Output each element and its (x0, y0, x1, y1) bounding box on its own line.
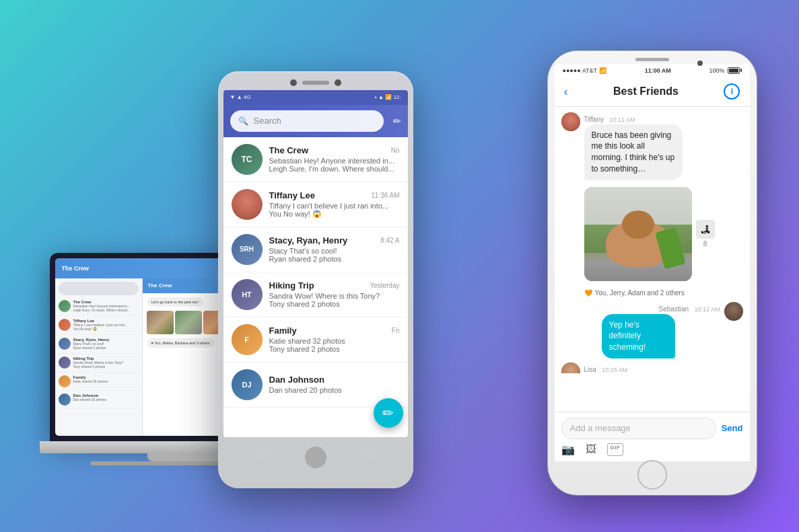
conv-name-tiffany: Tiffany Lee (269, 190, 315, 200)
chat-message-tiffany: Tiffany 10:11 AM Bruce has been giving m… (561, 112, 743, 180)
iphone-input-bar: Add a message Send 📷 🖼 GIF (555, 412, 750, 434)
iphone-screen: ●●●●● AT&T 📶 11:00 AM 100% (555, 64, 750, 434)
msg-time-lisa: 10:15 AM (602, 367, 627, 373)
iphone-battery-pct: 100% (709, 67, 724, 74)
laptop-conv-crew: The Crew Sebastian Hey! Anyone intereste… (55, 297, 142, 316)
conv-time-crew: No (391, 147, 400, 154)
list-item[interactable]: Tiffany Lee 11:36 AM Tiffany I can't bel… (223, 182, 408, 227)
android-compose-fab[interactable]: ✏ (374, 398, 403, 428)
laptop-avatar-family (59, 375, 71, 387)
list-item[interactable]: F Family Fri Katie shared 32 photos Tony… (223, 317, 408, 363)
chevron-left-icon: ‹ (564, 85, 568, 99)
iphone-device: ●●●●● AT&T 📶 11:00 AM 100% (548, 51, 757, 495)
send-button[interactable]: Send (722, 423, 743, 433)
msg-time-sebastian: 10:12 AM (694, 306, 720, 313)
iphone-top-bar (555, 58, 750, 61)
laptop-avatar-tiffany (59, 319, 71, 331)
heart-icon: 🧡 (584, 289, 592, 297)
dog-photo (584, 187, 692, 281)
laptop-header-title: The Crew (62, 265, 90, 272)
iphone-wifi-icon: 📶 (599, 67, 606, 74)
android-cameras (223, 79, 408, 86)
iphone-chat-body: Tiffany 10:11 AM Bruce has been giving m… (555, 107, 750, 373)
conv-preview-family1: Katie shared 32 photos (269, 337, 400, 345)
photo-count-area: 🏞 8 (692, 184, 715, 284)
iphone-home-button[interactable] (637, 460, 667, 490)
sender-name-sebastian: Sebastian (659, 305, 689, 313)
sender-name-tiffany: Tiffany (584, 116, 604, 123)
laptop-sidebar: The Crew Sebastian Hey! Anyone intereste… (55, 278, 143, 436)
android-body: ▼ ▲ 4G ▪ ▲ 📶 12: 🔍 Search ✏ TC (218, 71, 413, 488)
laptop-avatar-dan (59, 393, 71, 406)
conv-time-family: Fri (392, 327, 400, 334)
android-phone: ▼ ▲ 4G ▪ ▲ 📶 12: 🔍 Search ✏ TC (218, 71, 413, 488)
laptop-avatar-crew (59, 300, 71, 312)
avatar-tiffany-chat (561, 112, 580, 131)
laptop-avatar-stacy (59, 338, 71, 350)
search-icon: 🔍 (238, 116, 248, 126)
android-camera-right (335, 79, 341, 86)
conv-time-tiffany: 11:36 AM (371, 192, 399, 199)
avatar-family: F (232, 324, 263, 355)
conv-name-hiking: Hiking Trip (269, 280, 314, 291)
conv-name-stacy: Stacy, Ryan, Henry (269, 235, 348, 245)
iphone-nav-bar: ‹ Best Friends i (555, 77, 750, 107)
input-placeholder: Add a message (570, 423, 631, 433)
photo-thumbnail-icon: 🏞 (696, 220, 715, 239)
photo-count: 8 (703, 240, 707, 248)
avatar-stacy: SRH (232, 234, 263, 265)
laptop-conv-tiffany: Tiffany Lee Tiffany I can't believe I ju… (55, 316, 142, 335)
chat-dog-image (584, 187, 692, 281)
laptop-conv-family: Family Katie shared 32 photos (55, 373, 142, 391)
android-screen: ▼ ▲ 4G ▪ ▲ 📶 12: 🔍 Search ✏ TC (223, 90, 408, 437)
laptop-chat-title: The Crew (148, 282, 172, 289)
iphone-info-button[interactable]: i (724, 83, 740, 100)
avatar-lisa-chat (561, 363, 580, 373)
list-item[interactable]: TC The Crew No Sebastian Hey! Anyone int… (223, 137, 408, 182)
avatar-tiffany (232, 189, 263, 220)
android-conversation-list: TC The Crew No Sebastian Hey! Anyone int… (223, 137, 408, 437)
message-input-field[interactable]: Add a message (561, 418, 716, 434)
iphone-carrier: ●●●●● AT&T (563, 67, 598, 74)
iphone-back-button[interactable]: ‹ (564, 85, 568, 99)
android-home-button[interactable] (305, 447, 326, 468)
conv-preview-stacy2: Ryan shared 2 photos (269, 255, 400, 263)
conv-time-stacy: 8:42 A (380, 237, 399, 244)
conv-time-hiking: Yesterday (370, 282, 399, 289)
conv-preview-stacy1: Stacy That's so cool! (269, 247, 400, 255)
chat-reactions: 🧡 You, Jerry, Adam and 2 others (584, 288, 743, 298)
laptop-img-street (175, 311, 202, 334)
android-search-bar[interactable]: 🔍 Search (230, 110, 384, 132)
conv-name-crew: The Crew (269, 145, 309, 155)
android-search-placeholder: Search (254, 116, 281, 126)
android-compose-icon[interactable]: ✏ (393, 116, 401, 126)
android-camera-left (290, 79, 297, 86)
laptop-conv-preview2: Leigh Sure, I'm down. Where should... (73, 308, 139, 313)
battery-icon (728, 67, 742, 74)
laptop-conv-hiking: Hiking Trip Sandra Wow! Where is this To… (55, 354, 142, 373)
list-item[interactable]: HT Hiking Trip Yesterday Sandra Wow! Whe… (223, 272, 408, 317)
conv-preview-dan1: Dan shared 20 photos (269, 386, 400, 394)
android-app-header: 🔍 Search ✏ (223, 105, 408, 137)
hero-scene: The Crew The Crew Sebastian Hey! Anyone … (30, 24, 770, 508)
avatar-crew: TC (232, 144, 263, 175)
conv-preview-tiffany1: Tiffany I can't believe I just ran into.… (269, 202, 400, 210)
android-status-bar: ▼ ▲ 4G ▪ ▲ 📶 12: (223, 90, 408, 105)
laptop-conv-stacy: Stacy, Ryan, Henry Stacy That's so cool!… (55, 335, 142, 354)
avatar-dan: DJ (232, 369, 263, 400)
list-item[interactable]: SRH Stacy, Ryan, Henry 8:42 A Stacy That… (223, 227, 408, 272)
iphone-input-row: Add a message Send (561, 418, 743, 434)
android-back-button[interactable] (255, 447, 269, 460)
chat-bubble-tiffany: Bruce has been giving me this look all m… (584, 124, 683, 180)
laptop-msg-received: Let's go back to the park too! (147, 297, 203, 307)
conv-name-family: Family (269, 326, 297, 336)
sender-name-lisa: Lisa (584, 366, 596, 373)
conv-preview-family2: Tony shared 2 photos (269, 345, 400, 353)
avatar-sebastian-chat (724, 302, 743, 321)
laptop-msg-received2: ♥ You, Bekka, Barbara and 3 others (147, 338, 215, 348)
chat-message-sebastian: Sebastian 10:12 AM Yep he's definitely s… (561, 302, 743, 358)
chat-bubble-sebastian: Yep he's definitely scheming! (602, 314, 675, 358)
android-nav-buttons (223, 440, 408, 475)
dog-head (622, 211, 654, 239)
android-recents-button[interactable] (363, 447, 376, 460)
